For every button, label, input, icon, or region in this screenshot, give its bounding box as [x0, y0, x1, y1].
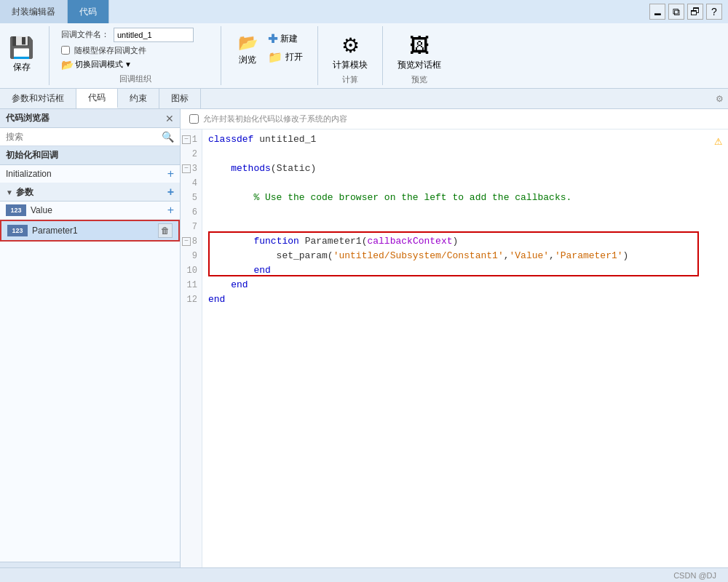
title-bar: 封装编辑器 代码 🗕 ⧉ 🗗 ?: [0, 0, 728, 23]
allow-modification-checkbox[interactable]: [189, 114, 199, 124]
params-title-row: ▼ 参数: [6, 186, 33, 199]
code-line-2: [202, 147, 728, 162]
help-button[interactable]: ?: [706, 4, 722, 20]
line-num-6: 6: [181, 205, 202, 220]
value-label: Value: [31, 205, 165, 215]
status-right: CSDN @DJ: [673, 571, 716, 580]
code-editor[interactable]: ⚠ −1 2 −3 4 5 6 7 −8 9 10 11: [181, 129, 728, 567]
compute-label: 计算模块: [333, 59, 368, 71]
line-num-7: 7: [181, 220, 202, 234]
callback-group: 回调文件名： 随模型保存回调文件 📂 切换回调模式 ▼ 回调组织: [61, 26, 221, 85]
tab-settings-icon[interactable]: ⚙: [711, 89, 728, 108]
code-line-12: end: [202, 292, 728, 307]
open-label: 打开: [285, 51, 303, 63]
dropdown-label: 切换回调模式: [75, 59, 123, 70]
save-icon: 💾: [9, 36, 34, 60]
parameter1-item[interactable]: 123 Parameter1 🗑: [0, 220, 180, 242]
line-numbers: −1 2 −3 4 5 6 7 −8 9 10 11 12: [181, 129, 202, 567]
open-button[interactable]: 📁 打开: [265, 49, 306, 65]
preview-group: 🖼 预览对话框 预览: [395, 26, 444, 85]
open-icon: 📁: [268, 50, 282, 64]
initialization-label: Initialization: [6, 169, 165, 179]
tab-params[interactable]: 参数和对话框: [0, 89, 76, 108]
file-group: 📂 浏览 ✚ 新建 📁 打开: [233, 26, 318, 85]
browse-button[interactable]: 📂 浏览: [233, 31, 262, 69]
code-line-3: methods(Static): [202, 162, 728, 176]
params-label: 参数: [16, 186, 33, 199]
init-add-icon[interactable]: +: [167, 167, 174, 180]
sidebar-close-icon[interactable]: ✕: [165, 113, 174, 124]
code-browser-sidebar: 代码浏览器 ✕ 🔍 初始化和回调 Initialization + ▼ 参数 +…: [0, 109, 181, 567]
tab-wrapper-editor[interactable]: 封装编辑器: [0, 0, 68, 23]
params-add-icon[interactable]: +: [167, 186, 174, 199]
tab-code[interactable]: 代码: [76, 89, 118, 108]
line-num-8: −8: [181, 234, 202, 249]
code-line-11: end: [202, 278, 728, 292]
tab-icon[interactable]: 图标: [159, 89, 201, 108]
tab-label-editor: 封装编辑器: [12, 6, 55, 18]
save-label: 保存: [13, 61, 31, 73]
dropdown-icon: 📂: [61, 59, 74, 71]
mode-dropdown[interactable]: 📂 切换回调模式 ▼: [61, 59, 209, 71]
preview-button[interactable]: 🖼 预览对话框: [395, 31, 444, 74]
line-num-1: −1: [181, 132, 202, 147]
code-line-8: function Parameter1(callbackContext): [202, 234, 728, 249]
save-model-label: 随模型保存回调文件: [74, 45, 146, 56]
browse-icon: 📂: [238, 33, 258, 52]
value-item[interactable]: 123 Value +: [0, 202, 180, 220]
chevron-down-icon: ▼: [124, 60, 132, 68]
tab-code-label: 代码: [88, 92, 106, 104]
search-box: 🔍: [0, 128, 180, 146]
code-checkbox-row: 允许封装初始化代码以修改子系统的内容: [181, 109, 728, 129]
compute-group-label: 计算: [342, 74, 358, 85]
save-checkbox-row: 随模型保存回调文件: [61, 45, 209, 56]
param1-badge: 123: [7, 225, 28, 236]
compute-icon: ⚙: [341, 33, 360, 57]
line-num-9: 9: [181, 249, 202, 263]
save-group: 💾 保存: [6, 26, 50, 85]
tab-bar: 参数和对话框 代码 约束 图标 ⚙: [0, 89, 728, 109]
tab-constraints[interactable]: 约束: [118, 89, 159, 108]
callback-file-label: 回调文件名：: [61, 29, 109, 40]
fold-btn-3[interactable]: −: [182, 164, 191, 173]
fold-btn-8[interactable]: −: [182, 237, 191, 246]
toolbar: 💾 保存 回调文件名： 随模型保存回调文件 📂 切换回调模式 ▼ 回调组织 📂 …: [0, 23, 728, 89]
line-num-12: 12: [181, 292, 202, 307]
collapse-arrow-icon[interactable]: ▼: [6, 188, 13, 196]
sidebar-title: 代码浏览器: [6, 112, 50, 124]
value-add-icon[interactable]: +: [167, 204, 174, 217]
preview-group-label: 预览: [411, 74, 427, 85]
search-input[interactable]: [6, 132, 162, 142]
line-num-3: −3: [181, 162, 202, 176]
param1-delete-button[interactable]: 🗑: [158, 223, 173, 238]
initialization-item[interactable]: Initialization +: [0, 165, 180, 183]
compute-button[interactable]: ⚙ 计算模块: [330, 31, 371, 74]
new-icon: ✚: [268, 32, 277, 46]
sidebar-header: 代码浏览器 ✕: [0, 109, 180, 128]
new-label: 新建: [280, 33, 298, 45]
new-open-group: ✚ 新建 📁 打开: [265, 31, 306, 65]
sidebar-scroll-area[interactable]: [0, 242, 180, 562]
restore-button[interactable]: ⧉: [668, 4, 684, 20]
code-line-9: set_param('untitled/Subsystem/Constant1'…: [202, 249, 728, 263]
sidebar-scrollbar[interactable]: [0, 562, 180, 567]
callback-group-label: 回调组织: [61, 73, 209, 84]
new-button[interactable]: ✚ 新建: [265, 31, 306, 47]
tab-label-code: 代码: [79, 6, 97, 18]
main-content: 代码浏览器 ✕ 🔍 初始化和回调 Initialization + ▼ 参数 +…: [0, 109, 728, 567]
minimize-button[interactable]: 🗕: [649, 4, 665, 20]
line-num-4: 4: [181, 176, 202, 191]
allow-modification-label: 允许封装初始化代码以修改子系统的内容: [203, 113, 347, 124]
value-badge: 123: [6, 204, 26, 216]
tab-wrapper-code[interactable]: 代码: [68, 0, 109, 23]
window-controls: 🗕 ⧉ 🗗 ?: [649, 0, 728, 23]
browse-label: 浏览: [239, 54, 256, 66]
code-line-7: [202, 220, 728, 234]
fold-btn-1[interactable]: −: [182, 135, 191, 144]
tab-constraints-label: 约束: [130, 92, 147, 105]
save-button[interactable]: 💾 保存: [6, 33, 37, 76]
save-model-checkbox[interactable]: [61, 46, 70, 55]
callback-filename-input[interactable]: [114, 28, 194, 42]
code-content[interactable]: classdef untitled_1 methods(Static) % Us…: [202, 129, 728, 567]
maximize-button[interactable]: 🗗: [687, 4, 703, 20]
